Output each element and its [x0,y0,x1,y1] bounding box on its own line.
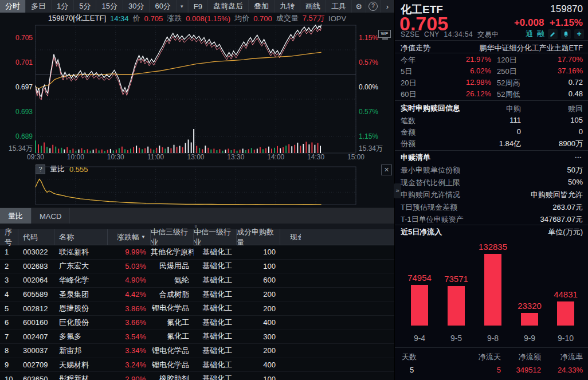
help-icon[interactable]: ? [366,0,380,13]
y-axis-pct-label: 0.57% [359,108,393,116]
cell: 200 [237,304,280,313]
perf-value: 17.70% [537,55,583,64]
x-axis-time-label: 13:00 [185,154,207,161]
indicator-tab-量比[interactable]: 量比 [0,208,32,224]
col-header-5[interactable]: 中信三级行业 [151,229,194,245]
perf-value: 26.12% [446,89,491,98]
col-header-3[interactable]: 名称 [54,229,108,245]
cell: 002407 [18,332,54,341]
period-tab-2[interactable]: 多日 [26,0,52,13]
col-header-8[interactable]: 现金 [280,229,394,245]
rt-label: 笔数 [401,116,415,126]
divider [395,53,588,53]
period-dropdown-caret-icon[interactable]: ▾ [177,0,188,13]
col-header-6[interactable]: 中信一级行业 [194,229,237,245]
col-header-1[interactable]: 序号 [0,229,18,245]
table-row[interactable]: 2002683广东宏大5.03%民爆用品基础化工100 [0,260,394,274]
x-axis-time-label: 09:30 [24,154,47,161]
period-tab-5[interactable]: 15分 [96,0,123,13]
flow-stat-label: 净流天 [452,352,501,362]
indicator-tab-MACD[interactable]: MACD [32,208,70,224]
x-axis-time-label: 10:00 [64,154,87,161]
price-volume-plot[interactable] [0,13,394,164]
flow-bar-category: 9-9 [509,334,550,343]
cell: 7 [0,332,18,341]
cell: 锂电化学品 [151,303,194,314]
cell: 基础化工 [194,275,237,285]
period-tab-7[interactable]: 60分 [150,0,176,13]
list-value: 申购赎回皆允许 [474,190,583,200]
period-tab-1[interactable]: 分时 [0,0,26,13]
cell: 002683 [18,262,54,271]
tool-5[interactable]: 画线 [300,0,326,13]
list-value: 347687.07元 [474,214,583,225]
table-row[interactable]: 7002407多氟多3.54%氟化工基础化工300 [0,330,394,344]
table-row[interactable]: 5002812恩捷股份3.86%锂电化学品基础化工200 [0,301,394,316]
aps-list-title: 申赎清单 [401,152,430,163]
tool-1[interactable]: F9 [188,0,207,13]
more-icon[interactable]: ... [574,150,582,160]
edit-icon[interactable] [548,29,558,39]
divider [395,150,588,151]
perf-label: 今年 [401,55,415,65]
nav-trend-label[interactable]: 净值走势 [401,42,430,53]
list-value: 263.07元 [474,202,583,213]
perf-label: 60日 [401,89,416,100]
cell: 合成树脂 [151,289,194,300]
app-window: 分时多日1分5分15分30分60分▾F9盘前盘后叠加九转画线工具⚙?› 1598… [0,0,588,380]
cell: 巨化股份 [54,318,108,328]
table-row[interactable]: 3002064华峰化学4.90%氨纶基础化工600 [0,273,394,288]
y-axis-pct-label: 0.00% [359,84,393,91]
tool-4[interactable]: 九转 [274,0,300,13]
list-label: 现金替代比例上限 [401,178,460,188]
cell: 恩捷股份 [54,303,108,314]
intraday-chart[interactable]: 159870[化工ETF] 14:34 价 0.705 涨跌 0.008(1.1… [0,13,394,162]
table-row[interactable]: 10603650彤程新材2.90%橡胶助剂基础化工100 [0,372,394,380]
table-body: 1003022联泓新科9.99%其他化学原料基础化工1002002683广东宏大… [0,245,394,380]
table-row[interactable]: 9002709天赐材料3.24%锂电化学品基础化工400 [0,358,394,373]
cell: 100 [237,248,280,256]
list-value: 50% [474,178,583,186]
subchart-plot [0,162,394,210]
cell: 锂电化学品 [151,360,194,370]
perf-label: 250日 [497,66,517,77]
col-header-7[interactable]: 成分申购数量 [237,229,280,245]
table-row[interactable]: 4605589圣泉集团4.42%合成树脂基础化工200 [0,288,394,302]
tool-2[interactable]: 盘前盘后 [207,0,248,13]
perf-label: 20日 [401,78,416,88]
cell: 100 [237,262,280,271]
col-header-4[interactable]: 涨跌幅 ▼ [108,229,151,245]
add-icon[interactable]: + [574,29,584,39]
flow-stat-value: 24.33% [542,366,583,374]
cell: 氟化工 [151,318,194,328]
indicator-subchart[interactable]: ? 量比 0.555 ✕ 1.9371.227 [0,162,394,207]
cell: 9.99% [108,248,151,256]
cell: 圣泉集团 [54,289,108,300]
y-axis-price-label: 0.697 [0,84,33,91]
tong-badge[interactable]: 通 [526,29,533,39]
x-axis-time-label: 13:30 [224,154,247,161]
table-row[interactable]: 8300037新宙邦3.34%锂电化学品基础化工200 [0,344,394,358]
table-row[interactable]: 6600160巨化股份3.66%氟化工基础化工400 [0,316,394,330]
period-tab-3[interactable]: 1分 [52,0,74,13]
cell: 2.90% [108,375,151,380]
cell: 基础化工 [194,318,237,328]
period-tab-6[interactable]: 30分 [123,0,150,13]
rong-badge[interactable]: 融 [537,29,544,39]
sort-desc-icon[interactable]: ▼ [141,234,146,240]
cell: 3.86% [108,304,151,313]
chevron-right-icon[interactable]: › [380,0,394,13]
cell: 3.54% [108,332,151,341]
flow-stat-value: 5 [452,366,501,374]
col-header-2[interactable]: 代码 [18,229,54,245]
volume-max-label: 15.34万 [359,145,393,152]
table-row[interactable]: 1003022联泓新科9.99%其他化学原料基础化工100 [0,245,394,260]
flow-stat-label: 净流率 [542,352,583,362]
bell-icon[interactable] [561,29,571,39]
tool-3[interactable]: 叠加 [248,0,274,13]
period-tab-4[interactable]: 5分 [74,0,96,13]
cell: 200 [237,346,280,355]
gear-icon[interactable]: ⚙ [351,0,366,13]
cell: 3 [0,276,18,284]
tool-6[interactable]: 工具 [326,0,351,13]
